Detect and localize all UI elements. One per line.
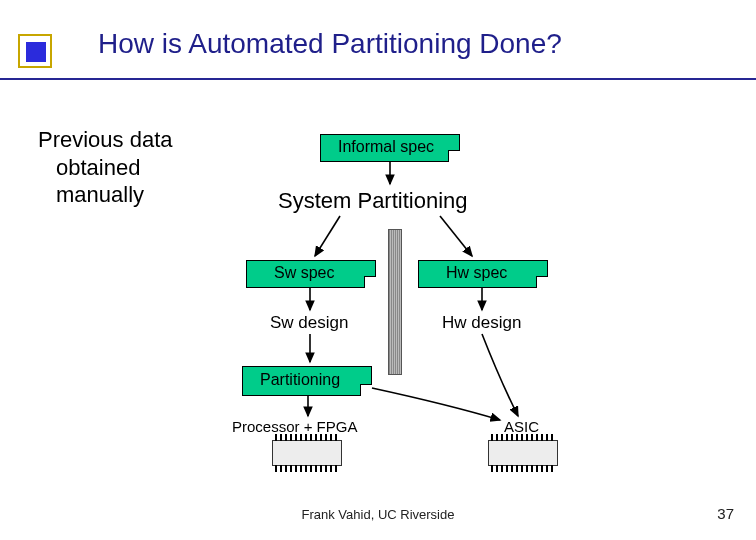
label-asic: ASIC <box>504 418 539 435</box>
label-processor-fpga: Processor + FPGA <box>232 418 357 435</box>
page-title: How is Automated Partitioning Done? <box>98 28 562 60</box>
label-partitioning: Partitioning <box>260 371 340 389</box>
svg-line-1 <box>315 216 340 256</box>
footer-credit: Frank Vahid, UC Riverside <box>0 507 756 522</box>
partitioning-diagram: Informal spec System Partitioning Sw spe… <box>200 120 680 480</box>
title-accent-icon <box>18 34 52 68</box>
label-hw-design: Hw design <box>442 313 521 333</box>
chip-icon-left <box>272 440 342 466</box>
label-sw-spec: Sw spec <box>274 264 334 282</box>
side-note-line1: Previous data <box>38 126 173 154</box>
label-informal-spec: Informal spec <box>338 138 434 156</box>
label-sw-design: Sw design <box>270 313 348 333</box>
side-note: Previous data obtained manually <box>38 126 173 209</box>
side-note-line3: manually <box>38 181 173 209</box>
chip-icon-right <box>488 440 558 466</box>
page-number: 37 <box>717 505 734 522</box>
svg-line-2 <box>440 216 472 256</box>
title-underline <box>0 78 756 80</box>
label-hw-spec: Hw spec <box>446 264 507 282</box>
side-note-line2: obtained <box>38 154 173 182</box>
divider-bar <box>388 229 402 375</box>
label-system-partitioning: System Partitioning <box>278 188 468 214</box>
